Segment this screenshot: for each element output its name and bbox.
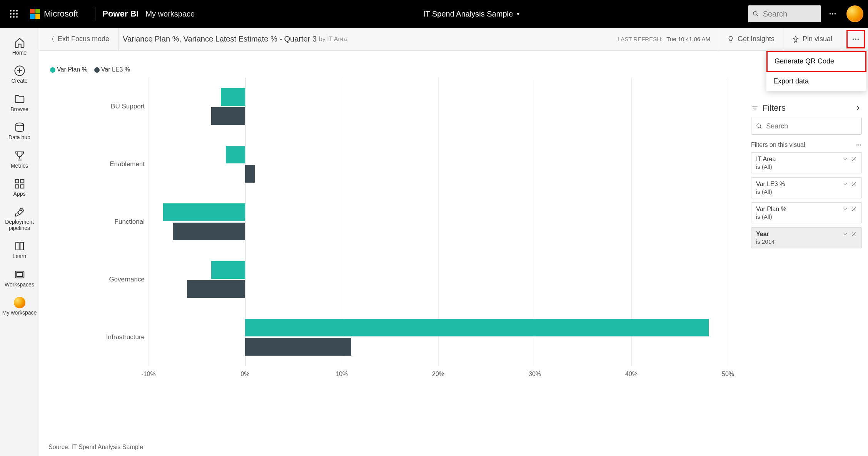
nav-label: My workspace: [2, 310, 37, 316]
filters-search-input[interactable]: [766, 122, 857, 130]
y-axis-category: BU Support: [95, 103, 145, 110]
nav-label: Apps: [13, 191, 26, 197]
chart-bar[interactable]: [163, 203, 245, 221]
chevron-down-icon[interactable]: [842, 206, 848, 212]
svg-line-33: [760, 127, 761, 128]
svg-point-36: [860, 145, 861, 145]
filters-header[interactable]: Filters: [751, 100, 862, 118]
chevron-right-icon[interactable]: [854, 104, 862, 112]
app-launcher-button[interactable]: [5, 5, 23, 23]
nav-label: Deployment pipelines: [2, 219, 37, 231]
user-avatar[interactable]: [846, 5, 863, 22]
svg-point-28: [858, 38, 859, 40]
clear-filter-icon[interactable]: [851, 231, 857, 237]
svg-point-8: [16, 16, 18, 18]
workspace-breadcrumb[interactable]: My workspace: [145, 10, 195, 18]
nav-label: Learn: [13, 253, 27, 259]
folder-icon: [14, 93, 25, 105]
clear-filter-icon[interactable]: [851, 206, 857, 212]
nav-label: Workspaces: [5, 282, 34, 288]
svg-rect-22: [20, 185, 24, 188]
global-search-input[interactable]: [763, 10, 816, 18]
pin-visual-button[interactable]: Pin visual: [787, 33, 837, 45]
filter-name: Var LE3 %: [756, 181, 785, 188]
chart-bar[interactable]: [221, 88, 245, 106]
svg-point-12: [832, 13, 833, 15]
chart-bar[interactable]: [245, 338, 351, 356]
chevron-down-icon[interactable]: [842, 156, 848, 162]
svg-rect-25: [17, 273, 22, 276]
chevron-down-icon[interactable]: [842, 231, 848, 237]
nav-browse[interactable]: Browse: [0, 89, 39, 117]
chart-bar[interactable]: [211, 107, 245, 125]
global-more-button[interactable]: [823, 5, 842, 23]
nav-label: Data hub: [8, 135, 30, 140]
get-insights-label: Get Insights: [738, 35, 775, 43]
menu-generate-qr[interactable]: Generate QR Code: [766, 51, 866, 72]
filter-card[interactable]: Var Plan % is (All): [751, 202, 862, 223]
svg-rect-21: [15, 185, 18, 188]
filter-name: Var Plan %: [756, 206, 786, 213]
filters-search[interactable]: [751, 118, 862, 135]
visual-more-menu: Generate QR Code Export data: [766, 51, 866, 91]
nav-create[interactable]: Create: [0, 60, 39, 88]
exit-focus-button[interactable]: 〈 Exit Focus mode: [42, 32, 115, 46]
nav-data-hub[interactable]: Data hub: [0, 117, 39, 145]
nav-workspaces[interactable]: Workspaces: [0, 264, 39, 292]
report-title-dropdown[interactable]: IT Spend Analysis Sample ▾: [195, 10, 748, 18]
lightbulb-icon: [727, 35, 734, 43]
filter-value: is (All): [756, 213, 857, 220]
chart-bar[interactable]: [245, 165, 255, 183]
product-label[interactable]: Power BI: [102, 9, 139, 19]
nav-my-workspace[interactable]: My workspace: [0, 292, 39, 320]
menu-export-data[interactable]: Export data: [766, 72, 866, 91]
chevron-down-icon: ▾: [517, 11, 519, 17]
avatar-icon: [14, 297, 25, 308]
legend-item-var-le3[interactable]: Var LE3 %: [94, 66, 130, 73]
clear-filter-icon[interactable]: [851, 156, 857, 162]
svg-point-4: [13, 13, 15, 15]
last-refresh-value: Tue 10:41:06 AM: [666, 36, 710, 42]
filters-title: Filters: [763, 103, 786, 113]
more-horizontal-icon: [851, 35, 860, 43]
x-axis-tick: -10%: [141, 371, 155, 378]
last-refresh-label: LAST REFRESH:: [618, 36, 663, 42]
chevron-down-icon[interactable]: [842, 181, 848, 187]
filter-name: Year: [756, 231, 769, 238]
chart-bar[interactable]: [173, 223, 245, 240]
x-axis-tick: 50%: [722, 371, 734, 378]
waffle-icon: [9, 9, 18, 18]
divider: [119, 28, 119, 51]
visual-more-button[interactable]: [846, 30, 865, 48]
home-icon: [14, 37, 25, 48]
nav-metrics[interactable]: Metrics: [0, 145, 39, 173]
svg-point-2: [16, 10, 18, 12]
chart-bar[interactable]: [211, 261, 245, 279]
svg-point-11: [830, 13, 831, 15]
microsoft-logo: Microsoft: [30, 9, 78, 19]
chart-bar[interactable]: [226, 146, 245, 163]
more-horizontal-icon[interactable]: [856, 142, 862, 148]
chart-bar[interactable]: [245, 319, 709, 336]
nav-learn[interactable]: Learn: [0, 236, 39, 264]
legend-item-var-plan[interactable]: Var Plan %: [50, 66, 87, 73]
source-note: Source: IT Spend Analysis Sample: [48, 444, 143, 451]
svg-point-1: [13, 10, 15, 12]
get-insights-button[interactable]: Get Insights: [722, 33, 779, 45]
svg-point-27: [855, 38, 856, 40]
nav-apps[interactable]: Apps: [0, 173, 39, 201]
filter-card[interactable]: IT Area is (All): [751, 152, 862, 173]
filter-icon: [751, 104, 759, 112]
trophy-icon: [14, 150, 25, 161]
global-search[interactable]: [748, 5, 821, 22]
filter-card[interactable]: Var LE3 % is (All): [751, 177, 862, 198]
global-header: Microsoft Power BI My workspace IT Spend…: [0, 0, 868, 28]
chart-bar[interactable]: [187, 280, 245, 298]
nav-deployment-pipelines[interactable]: Deployment pipelines: [0, 201, 39, 236]
search-icon: [756, 123, 762, 130]
filter-card[interactable]: Year is 2014: [751, 227, 862, 248]
nav-home[interactable]: Home: [0, 32, 39, 60]
clear-filter-icon[interactable]: [851, 181, 857, 187]
svg-point-13: [835, 13, 836, 15]
chart-plot: -10%0%10%20%30%40%50%BU SupportEnablemen…: [95, 78, 736, 381]
